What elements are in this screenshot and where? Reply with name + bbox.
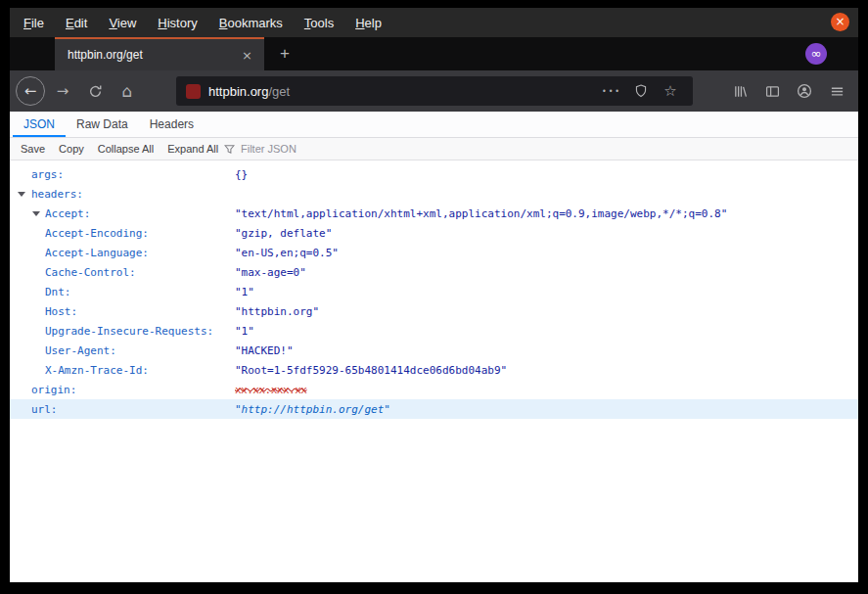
json-key: Upgrade-Insecure-Requests: [10, 325, 235, 338]
json-value: "gzip, deflate" [235, 227, 332, 240]
account-icon[interactable] [790, 76, 819, 106]
expand-all-button[interactable]: Expand All [160, 138, 225, 160]
sidebar-toggle-icon[interactable] [757, 76, 787, 106]
json-value: "en-US,en;q=0.5" [235, 247, 339, 259]
json-row-accept[interactable]: Accept: "text/html,application/xhtml+xml… [10, 204, 858, 223]
site-identity-icon[interactable] [186, 84, 201, 99]
url-bar[interactable]: httpbin.org/get ••• ☆ [176, 76, 693, 106]
reload-button[interactable] [80, 76, 110, 106]
tab-json[interactable]: JSON [13, 112, 66, 137]
json-value: {} [235, 168, 248, 181]
library-icon[interactable] [725, 76, 754, 106]
json-key: Accept-Language: [10, 247, 235, 259]
toolbar-right-group [725, 76, 851, 106]
tab-title: httpbin.org/get [68, 48, 238, 62]
tab-raw-data[interactable]: Raw Data [66, 112, 139, 137]
json-row-cache-control[interactable]: Cache-Control: "max-age=0" [10, 262, 858, 282]
json-viewer-tabstrip: JSON Raw Data Headers [10, 112, 858, 138]
filter-box [224, 138, 358, 160]
json-key: Accept: [10, 207, 235, 220]
json-tree: args: {} headers: Accept: "text/html,app… [10, 160, 858, 582]
json-value: "Root=1-5fdf5929-65b4801414dce06d6bd04ab… [235, 364, 507, 377]
json-row-dnt[interactable]: Dnt: "1" [10, 282, 858, 301]
menu-file[interactable]: File [23, 16, 44, 30]
new-tab-button[interactable]: + [270, 37, 299, 70]
json-value-url-link[interactable]: "http://httpbin.org/get" [235, 403, 390, 416]
json-key: Dnt: [10, 286, 235, 298]
url-path-text: /get [268, 84, 290, 99]
json-row-accept-language[interactable]: Accept-Language: "en-US,en;q=0.5" [10, 243, 858, 262]
tab-bar: httpbin.org/get × + ∞ [10, 37, 858, 70]
navigation-toolbar: ← → ⌂ httpbin.org/get ••• ☆ [10, 70, 858, 112]
json-value: "1" [235, 325, 254, 338]
back-button[interactable]: ← [16, 76, 45, 106]
browser-window: File Edit View History Bookmarks Tools H… [10, 8, 858, 582]
collapse-all-button[interactable]: Collapse All [91, 138, 160, 160]
json-row-upgrade-insecure-requests[interactable]: Upgrade-Insecure-Requests: "1" [10, 321, 858, 341]
tracking-protection-shield-icon[interactable] [630, 80, 652, 102]
json-value: "HACKED!" [235, 344, 294, 357]
json-key: url: [10, 403, 235, 416]
json-key: args: [10, 168, 235, 181]
menubar: File Edit View History Bookmarks Tools H… [10, 8, 858, 37]
json-value: "1" [235, 286, 254, 298]
bookmark-star-icon[interactable]: ☆ [660, 80, 681, 102]
json-key: Host: [10, 305, 235, 318]
json-row-headers[interactable]: headers: [10, 184, 858, 204]
hamburger-menu-icon[interactable] [822, 76, 851, 106]
json-key: Accept-Encoding: [10, 227, 235, 240]
json-row-user-agent[interactable]: User-Agent: "HACKED!" [10, 341, 858, 360]
json-key: User-Agent: [10, 344, 235, 357]
url-host-text: httpbin.org [208, 84, 268, 99]
json-row-accept-encoding[interactable]: Accept-Encoding: "gzip, deflate" [10, 223, 858, 243]
json-key: origin: [10, 384, 235, 396]
forward-button[interactable]: → [48, 76, 77, 106]
twisty-expanded-icon[interactable] [18, 192, 25, 197]
menu-help[interactable]: Help [355, 16, 382, 30]
window-close-button[interactable]: × [831, 13, 849, 31]
json-row-host[interactable]: Host: "httpbin.org" [10, 301, 858, 321]
json-value: "text/html,application/xhtml+xml,applica… [235, 207, 727, 220]
json-key: headers: [10, 188, 235, 201]
json-value-redacted: xx.xx.xxx.xx [235, 384, 306, 396]
json-value: "max-age=0" [235, 266, 306, 279]
browser-tab[interactable]: httpbin.org/get × [55, 37, 264, 70]
twisty-expanded-icon[interactable] [32, 211, 40, 216]
filter-funnel-icon [224, 144, 235, 155]
menu-view[interactable]: View [109, 16, 136, 30]
json-viewer-toolbar: Save Copy Collapse All Expand All [10, 138, 858, 160]
menu-edit[interactable]: Edit [66, 16, 87, 30]
json-row-url[interactable]: url: "http://httpbin.org/get" [10, 399, 858, 419]
save-button[interactable]: Save [14, 138, 52, 160]
menu-history[interactable]: History [158, 16, 197, 30]
tab-close-icon[interactable]: × [238, 46, 256, 65]
copy-button[interactable]: Copy [52, 138, 91, 160]
tab-headers[interactable]: Headers [139, 112, 205, 137]
home-button[interactable]: ⌂ [113, 76, 142, 106]
json-key: Cache-Control: [10, 266, 235, 279]
json-key: X-Amzn-Trace-Id: [10, 364, 235, 377]
reload-icon [88, 84, 103, 99]
json-row-origin[interactable]: origin: xx.xx.xxx.xx [10, 380, 858, 399]
private-browsing-mask-icon: ∞ [805, 43, 827, 65]
menu-bookmarks[interactable]: Bookmarks [219, 16, 283, 30]
page-actions-icon[interactable]: ••• [601, 80, 622, 102]
json-row-args[interactable]: args: {} [10, 164, 858, 184]
json-row-x-amzn-trace-id[interactable]: X-Amzn-Trace-Id: "Root=1-5fdf5929-65b480… [10, 360, 858, 380]
json-value: "httpbin.org" [235, 305, 319, 318]
menu-tools[interactable]: Tools [304, 16, 334, 30]
filter-json-input[interactable] [241, 143, 358, 155]
